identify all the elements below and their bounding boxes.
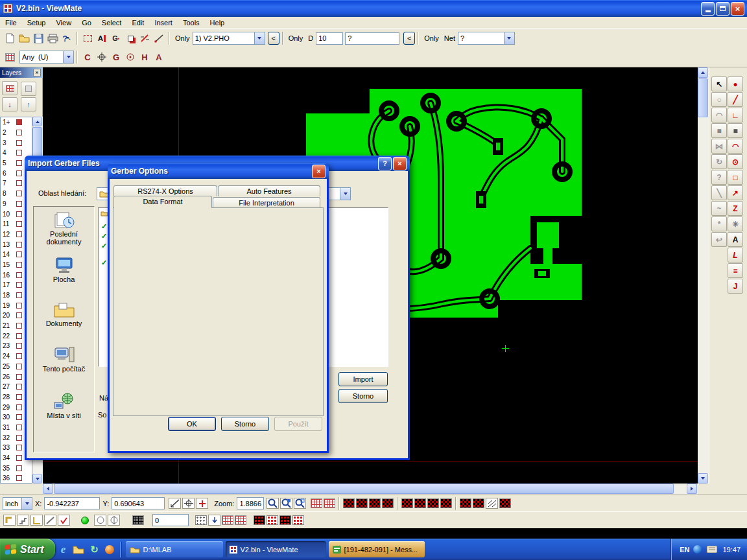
gerber-dialog-titlebar[interactable]: Gerber Options × bbox=[108, 163, 329, 179]
layer-number[interactable]: 20 bbox=[1, 312, 16, 319]
layer-color-swatch[interactable] bbox=[16, 201, 22, 207]
crosshair-icon[interactable] bbox=[95, 50, 109, 64]
matrix-grid-icon[interactable] bbox=[235, 515, 246, 525]
units-combo[interactable]: inch bbox=[3, 497, 32, 510]
browser-shortcut-icon[interactable] bbox=[103, 543, 116, 556]
cancel-button[interactable]: Storno bbox=[221, 417, 269, 431]
scroll-left-icon[interactable] bbox=[43, 484, 53, 494]
circle-tool-icon[interactable]: ○ bbox=[711, 92, 727, 107]
dcode-value-field[interactable]: 10 bbox=[316, 32, 343, 45]
layer-color-swatch[interactable] bbox=[16, 221, 22, 227]
layer-number[interactable]: 7 bbox=[1, 180, 16, 187]
pad-tool-icon[interactable]: ● bbox=[728, 76, 743, 91]
pattern-fill-11-icon[interactable] bbox=[499, 498, 511, 508]
layer-color-swatch[interactable] bbox=[16, 374, 22, 380]
stack-layers-icon[interactable] bbox=[123, 31, 137, 45]
dcode-table-icon[interactable] bbox=[311, 498, 322, 508]
gerber-code-icon[interactable]: G▪ bbox=[109, 31, 123, 45]
layer-number[interactable]: 25 bbox=[1, 363, 16, 370]
layer-color-swatch[interactable] bbox=[16, 130, 22, 135]
layer-number[interactable]: 10 bbox=[1, 211, 16, 218]
layer-color-swatch[interactable] bbox=[16, 312, 22, 318]
layer-number[interactable]: 6 bbox=[1, 170, 16, 177]
place-recent[interactable]: Poslední dokumenty bbox=[34, 209, 94, 246]
layer-color-swatch[interactable] bbox=[16, 414, 22, 420]
layer-number[interactable]: 17 bbox=[1, 281, 16, 288]
measure-text-icon[interactable]: A bbox=[95, 31, 109, 45]
layer-number[interactable]: 8 bbox=[1, 190, 16, 197]
line-tool-icon[interactable]: ╱ bbox=[728, 92, 743, 107]
target-icon[interactable] bbox=[123, 50, 137, 64]
pattern-fill-10-icon[interactable] bbox=[473, 498, 484, 508]
layer-color-swatch[interactable] bbox=[16, 333, 22, 339]
layer-number[interactable]: 26 bbox=[1, 373, 16, 380]
wave-tool-icon[interactable]: ~ bbox=[711, 201, 727, 216]
place-my-computer[interactable]: Tento počítač bbox=[34, 345, 94, 373]
layer-color-swatch[interactable] bbox=[16, 119, 22, 125]
layer-number[interactable]: 11 bbox=[1, 220, 16, 228]
pattern-fill-2-icon[interactable] bbox=[356, 498, 368, 508]
angle-tool-icon[interactable] bbox=[30, 515, 43, 526]
layer-color-swatch[interactable] bbox=[16, 435, 22, 441]
pattern-fill-1-icon[interactable] bbox=[343, 498, 355, 508]
layer-number[interactable]: 30 bbox=[1, 414, 16, 421]
tab-auto-features[interactable]: Auto Features bbox=[218, 185, 320, 196]
tab-data-format[interactable]: Data Format bbox=[113, 196, 212, 208]
layer-number[interactable]: 16 bbox=[1, 272, 16, 279]
x-coordinate-field[interactable]: -0.942237 bbox=[44, 497, 100, 509]
pattern-fill-4-icon[interactable] bbox=[382, 498, 394, 508]
arc-tool-icon[interactable]: ◠ bbox=[728, 139, 743, 154]
layer-number[interactable]: 24 bbox=[1, 353, 16, 360]
component-tool-icon[interactable]: C bbox=[80, 50, 95, 64]
zoom-value-field[interactable]: 1.8866 bbox=[237, 497, 264, 509]
pattern-fill-6-icon[interactable] bbox=[414, 498, 426, 508]
layer-row[interactable]: 36 bbox=[1, 473, 32, 484]
menu-file[interactable]: File bbox=[0, 18, 22, 28]
scroll-up-icon[interactable] bbox=[698, 67, 708, 78]
filled-rect-tool-icon[interactable]: ■ bbox=[728, 123, 743, 138]
layer-row[interactable]: 3 bbox=[1, 137, 32, 148]
net-combo[interactable]: ? bbox=[458, 32, 515, 45]
zoom-window-icon[interactable] bbox=[280, 498, 292, 509]
layer-number[interactable]: 1+ bbox=[1, 119, 16, 126]
menu-select[interactable]: Select bbox=[97, 18, 127, 28]
rect-tool-icon[interactable]: □ bbox=[728, 170, 743, 185]
prev-layer-button[interactable]: < bbox=[268, 32, 279, 45]
layer-table-icon[interactable] bbox=[2, 81, 18, 95]
fill-tool-icon[interactable]: ■ bbox=[711, 123, 727, 138]
chevron-down-icon[interactable] bbox=[21, 498, 32, 509]
internet-explorer-icon[interactable]: e bbox=[56, 543, 69, 556]
layer-color-swatch[interactable] bbox=[16, 170, 22, 176]
arc-segment-tool-icon[interactable]: ◠ bbox=[711, 108, 727, 122]
diameter-icon[interactable] bbox=[108, 515, 120, 526]
layer-number[interactable]: 12 bbox=[1, 231, 16, 238]
layer-color-swatch[interactable] bbox=[16, 465, 22, 471]
language-indicator[interactable]: EN bbox=[680, 546, 689, 554]
layer-color-swatch[interactable] bbox=[16, 343, 22, 349]
layer-color-swatch[interactable] bbox=[16, 404, 22, 410]
chevron-down-icon[interactable] bbox=[504, 32, 514, 44]
menu-insert[interactable]: Insert bbox=[149, 18, 178, 28]
layer-color-swatch[interactable] bbox=[16, 384, 22, 390]
layer-color-swatch[interactable] bbox=[16, 191, 22, 196]
layers-panel-header[interactable]: Layers × bbox=[0, 67, 43, 78]
aperture-grid-icon[interactable] bbox=[3, 50, 17, 64]
layer-color-swatch[interactable] bbox=[16, 150, 22, 156]
zoom-selection-icon[interactable] bbox=[294, 498, 306, 509]
layer-number[interactable]: 2 bbox=[1, 129, 16, 136]
layer-color-swatch[interactable] bbox=[16, 394, 22, 400]
layer-color-swatch[interactable] bbox=[16, 455, 22, 461]
rotation-field[interactable]: 0 bbox=[152, 514, 189, 526]
place-documents[interactable]: Dokumenty bbox=[34, 301, 94, 327]
dcode-query-field[interactable]: ? bbox=[345, 32, 399, 45]
taskbar-item-mlab[interactable]: D:\MLAB bbox=[126, 541, 223, 557]
layer-number[interactable]: 28 bbox=[1, 393, 16, 401]
ok-button[interactable]: OK bbox=[168, 417, 216, 431]
diagonal-tool-icon[interactable] bbox=[44, 515, 56, 526]
taskbar-item-viewmate[interactable]: V2.bin - ViewMate bbox=[226, 541, 326, 557]
cancel-button[interactable]: Storno bbox=[338, 389, 388, 403]
scroll-up-icon[interactable] bbox=[32, 117, 42, 126]
scroll-down-icon[interactable] bbox=[32, 474, 42, 484]
scroll-thumb[interactable] bbox=[54, 484, 674, 494]
layer-number[interactable]: 9 bbox=[1, 200, 16, 207]
